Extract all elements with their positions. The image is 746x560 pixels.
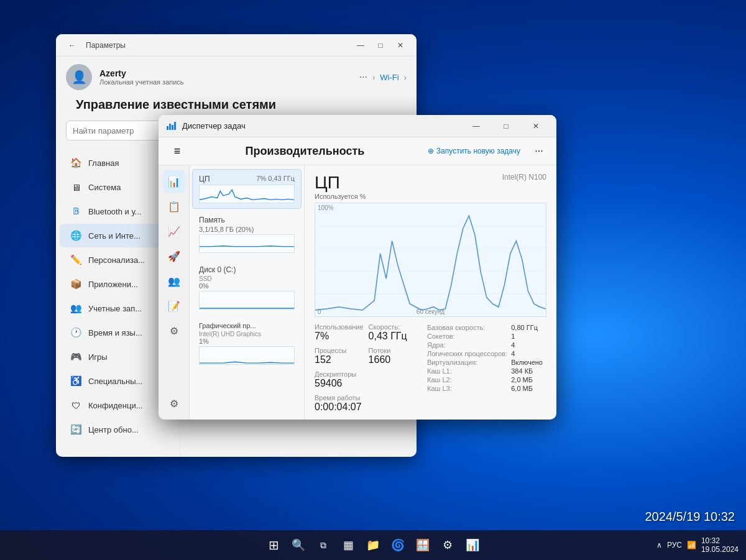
- settings-minimize-button[interactable]: —: [352, 39, 369, 52]
- taskbar-network-icon: 📶: [687, 541, 696, 549]
- threads-val: 1660: [369, 354, 417, 365]
- taskmgr-menu-button[interactable]: ≡: [167, 141, 187, 161]
- tm-sidebar-services[interactable]: ⚙: [163, 319, 185, 342]
- taskview-button[interactable]: ⧉: [312, 534, 334, 556]
- speed-val: 0,43 ГГц: [369, 331, 417, 342]
- tm-sidebar-startup[interactable]: 🚀: [163, 245, 185, 267]
- tm-sidebar-users[interactable]: 👥: [163, 270, 185, 292]
- nav-system-label: Система: [88, 183, 166, 192]
- handles-val: 59406: [315, 378, 364, 389]
- perf-taskbar-button[interactable]: 📊: [461, 534, 484, 556]
- settings-back-button[interactable]: ←: [63, 39, 81, 52]
- widgets-button[interactable]: ▦: [337, 534, 359, 556]
- mem-name: Память: [199, 216, 225, 224]
- breadcrumb-sep2: ›: [404, 73, 407, 82]
- gpu-mini-graph: [199, 346, 295, 365]
- taskmgr-window: Диспетчер задач — □ ✕ ≡ Производительнос…: [159, 115, 556, 420]
- mem-mini-graph: [199, 234, 295, 253]
- perf-stats-grid: Использование 7% Скорость: 0,43 ГГц Проц…: [315, 323, 417, 389]
- taskmgr-settings-icon[interactable]: ⚙: [164, 393, 184, 413]
- taskbar: ⊞ 🔍 ⧉ ▦ 📁 🌀 🪟 ⚙ 📊 ∧ РУС 📶 10:32: [0, 530, 746, 560]
- taskmgr-toolbar-right: ⊕ Запустить новую задачу ···: [423, 142, 548, 160]
- stat-row-logical: Логических процессоров: 4: [427, 349, 546, 358]
- taskmgr-more-button[interactable]: ···: [530, 142, 548, 160]
- stat-row-l2: Каш L2: 2,0 МБ: [427, 375, 546, 384]
- taskmgr-sidebar: 📊 📋 📈 🚀 👥 📝 ⚙ ⚙: [159, 165, 190, 420]
- tm-sidebar-details[interactable]: 📝: [163, 295, 185, 317]
- breadcrumb-sep1: ›: [372, 73, 375, 82]
- accessibility-icon: ♿: [70, 375, 82, 387]
- perf-item-cpu[interactable]: ЦП 7% 0,43 ГГц: [192, 169, 302, 209]
- games-icon: 🎮: [70, 351, 82, 363]
- nav-apps-label: Приложени...: [88, 280, 166, 289]
- mem-val: 3,1/15,8 ГБ (20%): [199, 226, 295, 233]
- taskmgr-section-title: Производительность: [245, 145, 364, 158]
- settings-win-controls: — □ ✕: [352, 39, 409, 52]
- settings-taskbar-button[interactable]: ⚙: [436, 534, 459, 556]
- tm-sidebar-history[interactable]: 📈: [163, 220, 185, 242]
- breadcrumb-wifi[interactable]: Wi-Fi: [380, 73, 398, 82]
- perf-right-stats: Базовая скорость: 0,80 ГГц Сокетов: 1 Яд…: [427, 323, 546, 393]
- disk-mini-graph: [199, 291, 295, 310]
- taskmgr-minimize-button[interactable]: —: [462, 117, 490, 135]
- sidebar-item-update[interactable]: 🔄 Центр обно...: [60, 418, 176, 441]
- disk-sub: SSD: [199, 275, 295, 282]
- taskbar-search-icon: 🔍: [292, 538, 305, 552]
- processes-val: 152: [315, 354, 364, 365]
- gpu-name: Графический пр...: [199, 322, 256, 329]
- tm-sidebar-performance[interactable]: 📊: [163, 170, 185, 193]
- search-button[interactable]: 🔍: [287, 534, 310, 556]
- perf-stats-row: Использование 7% Скорость: 0,43 ГГц Проц…: [315, 323, 546, 413]
- cores-val: 4: [511, 341, 546, 349]
- edge-button[interactable]: 🌀: [387, 534, 409, 556]
- nav-accessibility-label: Специальны...: [88, 377, 166, 386]
- perf-item-gpu-header: Графический пр...: [199, 322, 295, 329]
- start-button[interactable]: ⊞: [262, 534, 285, 556]
- taskmgr-title-left: Диспетчер задач: [165, 121, 246, 131]
- perf-detail-title: ЦП: [315, 173, 366, 193]
- time-icon: 🕐: [70, 326, 82, 339]
- settings-title-text: Параметры: [86, 41, 126, 50]
- taskmgr-controls: — □ ✕: [462, 117, 550, 135]
- settings-header: 👤 Azerty Локальная учетная запись ··· › …: [56, 57, 417, 95]
- apps-icon: 📦: [70, 278, 82, 290]
- new-task-label: Запустить новую задачу: [436, 147, 520, 155]
- nav-network-label: Сеть и Инте...: [88, 231, 166, 241]
- stat-row-virt: Виртуализация: Включено: [427, 358, 546, 367]
- perf-item-gpu[interactable]: Графический пр... Intel(R) UHD Graphics …: [192, 316, 302, 370]
- perf-item-disk[interactable]: Диск 0 (С:) SSD 0%: [192, 260, 302, 315]
- personalization-icon: ✏️: [70, 254, 82, 266]
- taskmgr-new-task-button[interactable]: ⊕ Запустить новую задачу: [423, 144, 525, 158]
- perf-item-memory[interactable]: Память 3,1/15,8 ГБ (20%): [192, 210, 302, 259]
- virt-label: Виртуализация:: [427, 358, 511, 367]
- bar2: [169, 124, 171, 130]
- gpu-val: 1%: [199, 337, 295, 345]
- taskbar-right: ∧ РУС 📶 10:32 19.05.2024: [656, 536, 739, 554]
- logical-label: Логических процессоров:: [427, 349, 511, 358]
- desktop-timestamp: 2024/5/19 10:32: [645, 510, 735, 524]
- settings-maximize-button[interactable]: □: [372, 39, 389, 52]
- files-button[interactable]: 📁: [362, 534, 384, 556]
- nav-privacy-label: Конфиденци...: [88, 401, 166, 410]
- taskmgr-close-button[interactable]: ✕: [522, 117, 550, 135]
- speed-label: Скорость:: [369, 323, 417, 331]
- taskmgr-icon: [165, 121, 177, 131]
- disk-val: 0%: [199, 282, 295, 290]
- nav-bluetooth-label: Bluetooth и у...: [88, 207, 166, 216]
- privacy-icon: 🛡: [70, 399, 82, 411]
- settings-close-button[interactable]: ✕: [392, 39, 409, 52]
- cpu-val: 7% 0,43 ГГц: [256, 175, 295, 183]
- store-button[interactable]: 🪟: [412, 534, 434, 556]
- usage-val: 7%: [315, 331, 364, 342]
- l1-val: 384 КБ: [511, 367, 546, 375]
- perf-taskbar-icon: 📊: [466, 538, 479, 552]
- tm-sidebar-processes[interactable]: 📋: [163, 195, 185, 218]
- taskmgr-maximize-button[interactable]: □: [492, 117, 520, 135]
- settings-taskbar-icon: ⚙: [443, 538, 453, 552]
- stat-row-l3: Каш L3: 6,0 МБ: [427, 384, 546, 393]
- l3-label: Каш L3:: [427, 384, 511, 393]
- cpu-name: ЦП: [199, 175, 210, 183]
- stat-processes: Процессы 152: [315, 347, 364, 365]
- taskbar-chevron[interactable]: ∧: [656, 541, 662, 549]
- settings-more-dots[interactable]: ···: [359, 71, 367, 83]
